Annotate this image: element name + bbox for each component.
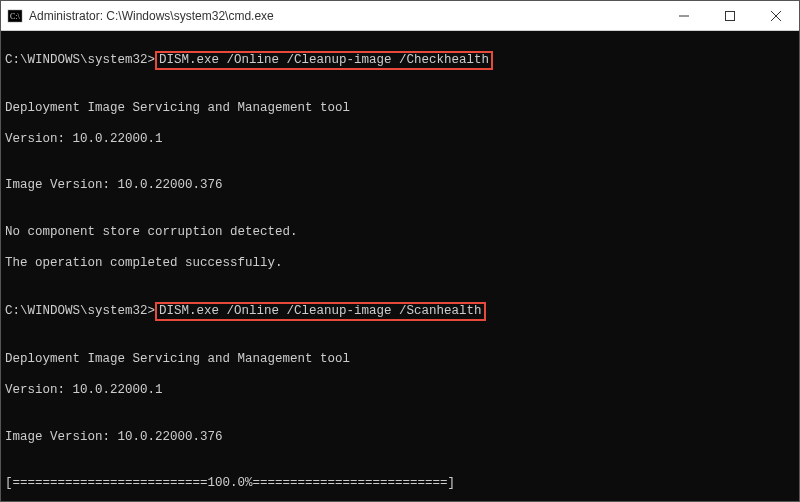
prompt: C:\WINDOWS\system32> [5,53,155,67]
command-text: DISM.exe /Online /Cleanup-image /Scanhea… [159,304,482,318]
minimize-button[interactable] [661,1,707,30]
terminal-output[interactable]: C:\WINDOWS\system32>DISM.exe /Online /Cl… [1,31,799,501]
prompt: C:\WINDOWS\system32> [5,304,155,318]
terminal-line: C:\WINDOWS\system32>DISM.exe /Online /Cl… [5,51,795,70]
command-highlight: DISM.exe /Online /Cleanup-image /Checkhe… [155,51,493,70]
cmd-icon: C:\ [7,8,23,24]
cmd-window: C:\ Administrator: C:\Windows\system32\c… [0,0,800,502]
svg-text:C:\: C:\ [10,12,21,21]
close-button[interactable] [753,1,799,30]
window-title: Administrator: C:\Windows\system32\cmd.e… [29,9,661,23]
terminal-line: Image Version: 10.0.22000.376 [5,430,795,446]
command-text: DISM.exe /Online /Cleanup-image /Checkhe… [159,53,489,67]
terminal-line: No component store corruption detected. [5,225,795,241]
terminal-line: The operation completed successfully. [5,256,795,272]
terminal-line: [==========================100.0%=======… [5,476,795,492]
terminal-line: Image Version: 10.0.22000.376 [5,178,795,194]
svg-rect-3 [726,11,735,20]
maximize-button[interactable] [707,1,753,30]
terminal-line: C:\WINDOWS\system32>DISM.exe /Online /Cl… [5,302,795,321]
terminal-line: Deployment Image Servicing and Managemen… [5,101,795,117]
command-highlight: DISM.exe /Online /Cleanup-image /Scanhea… [155,302,486,321]
titlebar[interactable]: C:\ Administrator: C:\Windows\system32\c… [1,1,799,31]
window-controls [661,1,799,30]
terminal-line: Deployment Image Servicing and Managemen… [5,352,795,368]
terminal-line: Version: 10.0.22000.1 [5,383,795,399]
terminal-line: Version: 10.0.22000.1 [5,132,795,148]
